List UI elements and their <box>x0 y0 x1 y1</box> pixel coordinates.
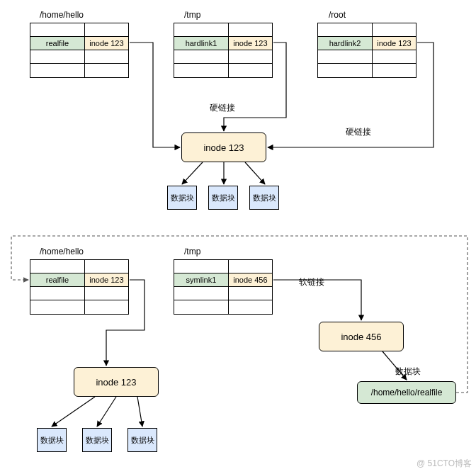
hardlink-label-1: 硬链接 <box>210 102 235 114</box>
b-dir2-table: symlink1 inode 456 <box>174 259 273 315</box>
dir3-inode: inode 123 <box>373 37 416 50</box>
dir2-title: /tmp <box>184 10 200 20</box>
dir1-title: /home/hello <box>40 10 84 20</box>
b-inode-right: inode 456 <box>319 322 404 351</box>
watermark: @ 51CTO博客 <box>416 458 472 470</box>
top-inode-box: inode 123 <box>181 132 266 162</box>
dir1-name: realfile <box>30 37 85 50</box>
dir3-title: /root <box>329 10 346 20</box>
dir3-name: hardlink2 <box>318 37 373 50</box>
b-block-3: 数据块 <box>128 428 157 452</box>
b-block-2: 数据块 <box>82 428 112 452</box>
b-dir2-inode: inode 456 <box>229 273 272 287</box>
b-right-block-label: 数据块 <box>395 366 421 378</box>
b-block-1: 数据块 <box>37 428 67 452</box>
dir2-inode: inode 123 <box>229 37 272 50</box>
dir1-inode: inode 123 <box>85 37 128 50</box>
top-block-3: 数据块 <box>249 186 279 210</box>
dir2-name: hardlink1 <box>174 37 229 50</box>
b-dir1-inode: inode 123 <box>85 273 128 287</box>
softlink-label: 软链接 <box>299 276 324 288</box>
b-dir2-name: symlink1 <box>174 273 229 287</box>
b-inode-left: inode 123 <box>74 367 159 397</box>
b-dir1-name: realfile <box>30 273 85 287</box>
top-block-1: 数据块 <box>167 186 197 210</box>
b-dir1-table: realfile inode 123 <box>30 259 129 315</box>
top-block-2: 数据块 <box>208 186 238 210</box>
hardlink-label-2: 硬链接 <box>346 126 371 138</box>
dir1-table: realfile inode 123 <box>30 23 129 78</box>
dir3-table: hardlink2 inode 123 <box>317 23 416 78</box>
dir2-table: hardlink1 inode 123 <box>174 23 273 78</box>
b-dir1-title: /home/hello <box>40 247 84 256</box>
b-dir2-title: /tmp <box>184 247 200 256</box>
symlink-target-box: /home/hello/realfile <box>357 381 456 404</box>
